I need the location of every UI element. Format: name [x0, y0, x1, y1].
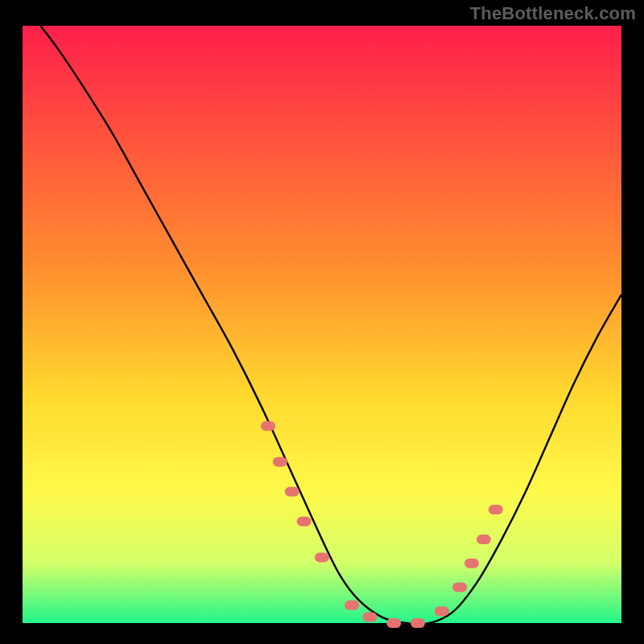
marker-point: [297, 517, 312, 526]
plot-background: [23, 26, 621, 623]
chart-frame: { "watermark": "TheBottleneck.com", "col…: [0, 0, 644, 644]
marker-point: [261, 421, 275, 431]
marker-point: [411, 618, 425, 628]
marker-point: [363, 613, 378, 622]
marker-point: [285, 487, 299, 497]
marker-point: [273, 457, 287, 467]
bottleneck-chart: [0, 0, 644, 644]
marker-point: [435, 606, 449, 616]
watermark-text: TheBottleneck.com: [470, 3, 636, 24]
marker-point: [315, 552, 329, 562]
marker-point: [452, 582, 467, 592]
marker-point: [345, 601, 359, 610]
marker-point: [386, 618, 401, 628]
marker-point: [464, 559, 479, 568]
marker-point: [477, 535, 491, 544]
marker-point: [489, 505, 503, 514]
